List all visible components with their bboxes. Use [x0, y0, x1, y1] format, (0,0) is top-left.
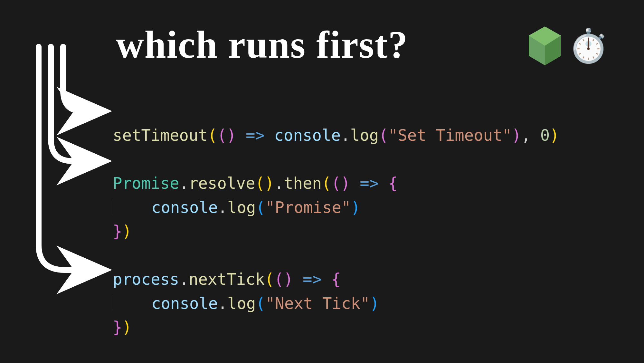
token-zero: 0 — [540, 126, 550, 145]
token-process: process — [113, 270, 179, 289]
token-console: console — [151, 198, 218, 217]
token-settimeout: setTimeout — [113, 126, 208, 145]
arrow-to-nexttick — [39, 47, 98, 270]
token-log: log — [227, 198, 256, 217]
node-logo-icon — [527, 26, 563, 66]
token-promise: Promise — [113, 174, 179, 193]
token-string-nexttick: "Next Tick" — [265, 294, 370, 313]
token-arrow: => — [303, 270, 322, 289]
code-block: setTimeout(() => console.log("Set Timeou… — [113, 100, 559, 340]
code-line-promise-body: console.log("Promise") — [113, 198, 360, 217]
token-string-settimeout: "Set Timeout" — [388, 126, 512, 145]
code-line-promise-close: }) — [113, 222, 132, 241]
emoji-row: ⏱️ — [527, 26, 609, 66]
token-resolve: resolve — [189, 174, 255, 193]
token-arrow: => — [360, 174, 379, 193]
token-log: log — [350, 126, 379, 145]
token-console: console — [274, 126, 341, 145]
code-line-settimeout: setTimeout(() => console.log("Set Timeou… — [113, 126, 559, 145]
arrow-to-settimeout — [63, 47, 98, 111]
arrow-to-promise — [51, 47, 98, 161]
token-console: console — [151, 294, 218, 313]
code-line-promise-open: Promise.resolve().then(() => { — [113, 174, 398, 193]
code-line-nexttick-body: console.log("Next Tick") — [113, 294, 379, 313]
token-nexttick: nextTick — [189, 270, 265, 289]
code-line-nexttick-close: }) — [113, 318, 132, 337]
stopwatch-icon: ⏱️ — [568, 30, 609, 62]
token-then: then — [284, 174, 322, 193]
token-log: log — [227, 294, 256, 313]
token-string-promise: "Promise" — [265, 198, 351, 217]
token-arrow: => — [246, 126, 265, 145]
page-title: which runs first? — [116, 23, 408, 67]
code-line-nexttick-open: process.nextTick(() => { — [113, 270, 341, 289]
